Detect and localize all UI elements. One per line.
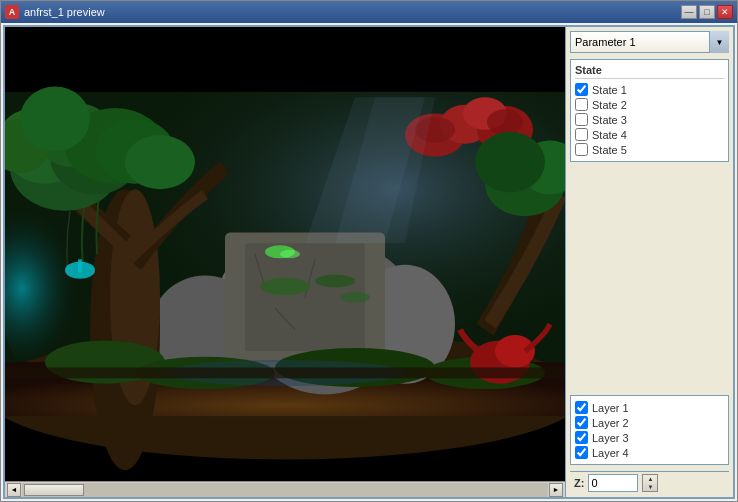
layers-panel: Layer 1 Layer 2 Layer 3 Layer 4 — [570, 395, 729, 465]
state-item-3[interactable]: State 3 — [575, 112, 724, 127]
minimize-button[interactable]: — — [681, 5, 697, 19]
horizontal-scrollbar: ◄ ► — [5, 481, 565, 497]
state-1-label: State 1 — [592, 84, 627, 96]
title-bar-left: A anfrst_1 preview — [5, 5, 105, 19]
title-controls: — □ ✕ — [681, 5, 733, 19]
close-button[interactable]: ✕ — [717, 5, 733, 19]
state-item-4[interactable]: State 4 — [575, 127, 724, 142]
scroll-track[interactable] — [22, 483, 548, 497]
state-5-label: State 5 — [592, 144, 627, 156]
svg-point-48 — [260, 278, 310, 295]
z-bar: Z: ▲ ▼ — [570, 471, 729, 493]
layer-4-label: Layer 4 — [592, 447, 629, 459]
forest-scene — [5, 27, 565, 481]
layer-3-checkbox[interactable] — [575, 431, 588, 444]
states-panel: State State 1 State 2 State 3 State 4 — [570, 59, 729, 162]
state-2-label: State 2 — [592, 99, 627, 111]
layer-item-4[interactable]: Layer 4 — [575, 445, 724, 460]
window-title: anfrst_1 preview — [24, 6, 105, 18]
svg-rect-0 — [5, 27, 565, 103]
z-spinner-down-icon[interactable]: ▼ — [647, 484, 653, 490]
state-4-label: State 4 — [592, 129, 627, 141]
layer-1-label: Layer 1 — [592, 402, 629, 414]
z-spinner[interactable]: ▲ ▼ — [642, 474, 658, 492]
layer-4-checkbox[interactable] — [575, 446, 588, 459]
state-3-checkbox[interactable] — [575, 113, 588, 126]
state-2-checkbox[interactable] — [575, 98, 588, 111]
svg-point-50 — [340, 292, 370, 303]
svg-rect-30 — [78, 259, 82, 272]
svg-point-49 — [315, 275, 355, 288]
main-window: A anfrst_1 preview — □ ✕ — [0, 0, 738, 502]
panel-spacer — [570, 168, 729, 389]
canvas-area: ◄ ► — [5, 27, 565, 497]
layer-2-checkbox[interactable] — [575, 416, 588, 429]
z-input[interactable] — [588, 474, 638, 492]
app-icon: A — [5, 5, 19, 19]
scroll-thumb[interactable] — [24, 484, 84, 496]
title-bar: A anfrst_1 preview — □ ✕ — [1, 1, 737, 23]
state-4-checkbox[interactable] — [575, 128, 588, 141]
main-content: ◄ ► Parameter 1 ▼ State — [3, 25, 735, 499]
parameter-dropdown[interactable]: Parameter 1 — [570, 31, 729, 53]
scroll-right-button[interactable]: ► — [549, 483, 563, 497]
layer-item-3[interactable]: Layer 3 — [575, 430, 724, 445]
layer-item-2[interactable]: Layer 2 — [575, 415, 724, 430]
svg-point-36 — [487, 109, 523, 135]
layer-2-label: Layer 2 — [592, 417, 629, 429]
svg-point-26 — [20, 86, 90, 151]
canvas-image — [5, 27, 565, 481]
state-item-1[interactable]: State 1 — [575, 82, 724, 97]
svg-point-28 — [125, 135, 195, 189]
states-panel-header: State — [575, 64, 724, 79]
svg-point-52 — [280, 250, 300, 259]
layer-item-1[interactable]: Layer 1 — [575, 400, 724, 415]
maximize-button[interactable]: □ — [699, 5, 715, 19]
scroll-left-button[interactable]: ◄ — [7, 483, 21, 497]
svg-point-39 — [475, 132, 545, 193]
layer-1-checkbox[interactable] — [575, 401, 588, 414]
state-1-checkbox[interactable] — [575, 83, 588, 96]
parameter-dropdown-container: Parameter 1 ▼ — [570, 31, 729, 53]
right-panel: Parameter 1 ▼ State State 1 State 2 Stat… — [565, 27, 733, 497]
z-label: Z: — [574, 477, 584, 489]
state-5-checkbox[interactable] — [575, 143, 588, 156]
svg-rect-47 — [5, 368, 565, 379]
z-spinner-up-icon[interactable]: ▲ — [647, 476, 653, 482]
layer-3-label: Layer 3 — [592, 432, 629, 444]
state-item-5[interactable]: State 5 — [575, 142, 724, 157]
state-3-label: State 3 — [592, 114, 627, 126]
state-item-2[interactable]: State 2 — [575, 97, 724, 112]
